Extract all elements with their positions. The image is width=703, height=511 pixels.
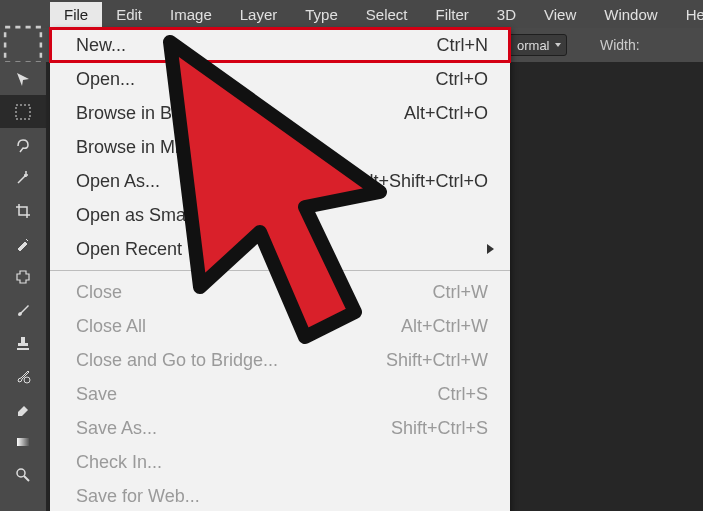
menu-item-browse-bridge[interactable]: Browse in Bridge... Alt+Ctrl+O <box>50 96 510 130</box>
svg-point-4 <box>17 469 25 477</box>
tool-preset-icon[interactable] <box>0 28 46 62</box>
menu-item-label: Close and Go to Bridge... <box>76 350 278 371</box>
menu-file[interactable]: File <box>50 2 102 27</box>
blend-mode-select[interactable]: ormal <box>508 34 567 56</box>
file-menu-dropdown: New... Ctrl+N Open... Ctrl+O Browse in B… <box>50 28 510 511</box>
menu-item-label: New... <box>76 35 126 56</box>
svg-rect-0 <box>5 27 41 63</box>
menu-type[interactable]: Type <box>291 2 352 27</box>
menu-item-shortcut: Alt+Ctrl+O <box>404 103 488 124</box>
menu-item-shortcut: Ctrl+N <box>436 35 488 56</box>
history-brush-tool[interactable] <box>0 359 46 392</box>
brush-tool[interactable] <box>0 293 46 326</box>
menu-item-shortcut: Ctrl+O <box>435 69 488 90</box>
healing-tool[interactable] <box>0 260 46 293</box>
menu-item-label: Open... <box>76 69 135 90</box>
menu-select[interactable]: Select <box>352 2 422 27</box>
lasso-tool[interactable] <box>0 128 46 161</box>
menu-window[interactable]: Window <box>590 2 671 27</box>
menu-item-label: Check In... <box>76 452 162 473</box>
menu-item-close: Close Ctrl+W <box>50 275 510 309</box>
menu-item-close-all: Close All Alt+Ctrl+W <box>50 309 510 343</box>
menu-item-save-web: Save for Web... <box>50 479 510 511</box>
menu-help[interactable]: Help <box>672 2 703 27</box>
menu-item-save-as: Save As... Shift+Ctrl+S <box>50 411 510 445</box>
menu-item-label: Browse in Bridge... <box>76 103 227 124</box>
menu-image[interactable]: Image <box>156 2 226 27</box>
menu-item-shortcut: Alt+Ctrl+W <box>401 316 488 337</box>
menubar: File Edit Image Layer Type Select Filter… <box>0 0 703 28</box>
menu-item-new[interactable]: New... Ctrl+N <box>50 28 510 62</box>
menu-item-label: Close <box>76 282 122 303</box>
menu-layer[interactable]: Layer <box>226 2 292 27</box>
svg-point-2 <box>24 377 30 383</box>
menu-item-shortcut: Shift+Ctrl+S <box>391 418 488 439</box>
move-tool[interactable] <box>0 62 46 95</box>
menu-item-save: Save Ctrl+S <box>50 377 510 411</box>
menu-item-label: Save As... <box>76 418 157 439</box>
svg-rect-1 <box>16 105 30 119</box>
menu-item-shortcut: Ctrl+W <box>433 282 489 303</box>
crop-tool[interactable] <box>0 194 46 227</box>
tool-palette <box>0 62 46 511</box>
menu-item-shortcut: Alt+Shift+Ctrl+O <box>357 171 488 192</box>
gradient-tool[interactable] <box>0 425 46 458</box>
menu-item-shortcut: Shift+Ctrl+W <box>386 350 488 371</box>
marquee-tool[interactable] <box>0 95 46 128</box>
dodge-tool[interactable] <box>0 458 46 491</box>
menu-item-open-smart[interactable]: Open as Smart Object... <box>50 198 510 232</box>
menu-item-browse-mini[interactable]: Browse in Mini Bridge... <box>50 130 510 164</box>
menu-item-label: Close All <box>76 316 146 337</box>
stamp-tool[interactable] <box>0 326 46 359</box>
menu-view[interactable]: View <box>530 2 590 27</box>
menu-item-label: Open Recent <box>76 239 182 260</box>
menu-item-label: Open as Smart Object... <box>76 205 269 226</box>
menu-separator <box>50 270 510 271</box>
menu-item-label: Browse in Mini Bridge... <box>76 137 265 158</box>
menu-item-close-bridge: Close and Go to Bridge... Shift+Ctrl+W <box>50 343 510 377</box>
menu-item-label: Save <box>76 384 117 405</box>
menu-3d[interactable]: 3D <box>483 2 530 27</box>
menu-filter[interactable]: Filter <box>422 2 483 27</box>
menu-item-label: Open As... <box>76 171 160 192</box>
submenu-arrow-icon <box>487 244 494 254</box>
eyedropper-tool[interactable] <box>0 227 46 260</box>
eraser-tool[interactable] <box>0 392 46 425</box>
menu-item-open-recent[interactable]: Open Recent <box>50 232 510 266</box>
menu-item-open-as[interactable]: Open As... Alt+Shift+Ctrl+O <box>50 164 510 198</box>
wand-tool[interactable] <box>0 161 46 194</box>
width-label: Width: <box>600 37 640 53</box>
menu-edit[interactable]: Edit <box>102 2 156 27</box>
menu-item-check-in: Check In... <box>50 445 510 479</box>
menu-item-shortcut: Ctrl+S <box>437 384 488 405</box>
svg-rect-3 <box>17 438 29 446</box>
menu-item-open[interactable]: Open... Ctrl+O <box>50 62 510 96</box>
menu-item-label: Save for Web... <box>76 486 200 507</box>
